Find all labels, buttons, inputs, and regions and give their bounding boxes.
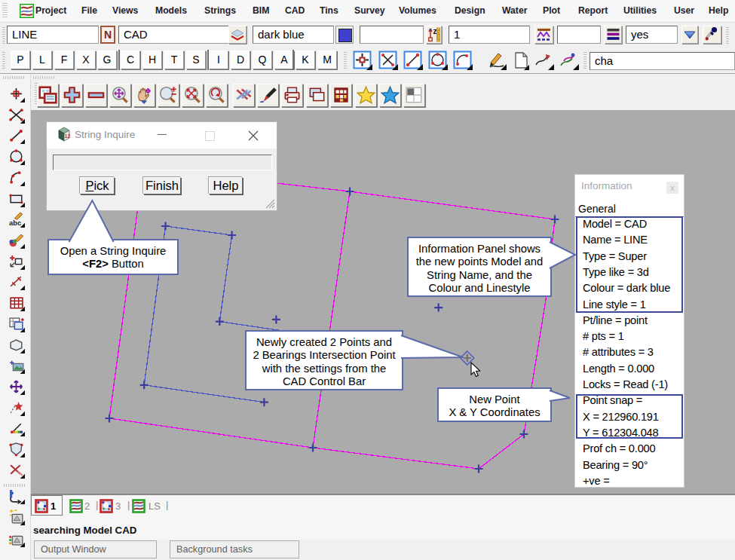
- svg-text:z: z: [433, 27, 437, 35]
- svg-text:12: 12: [65, 133, 71, 139]
- svg-text:abc: abc: [9, 219, 21, 227]
